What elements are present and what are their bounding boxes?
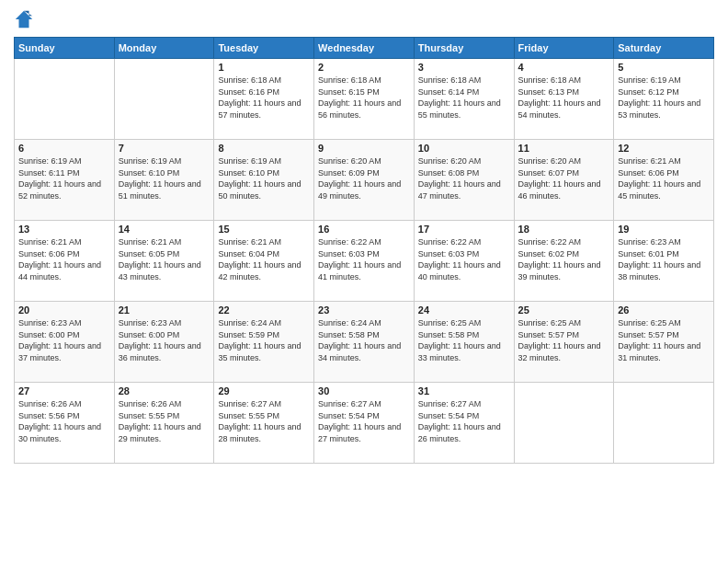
col-monday: Monday <box>114 38 214 59</box>
day-info: Sunrise: 6:22 AMSunset: 6:03 PMDaylight:… <box>318 236 410 282</box>
day-number: 17 <box>418 224 510 235</box>
day-cell: 21Sunrise: 6:23 AMSunset: 6:00 PMDayligh… <box>114 302 214 383</box>
day-cell: 14Sunrise: 6:21 AMSunset: 6:05 PMDayligh… <box>114 221 214 302</box>
day-number: 6 <box>18 143 110 154</box>
day-info: Sunrise: 6:22 AMSunset: 6:02 PMDaylight:… <box>518 236 610 282</box>
day-cell: 10Sunrise: 6:20 AMSunset: 6:08 PMDayligh… <box>414 140 514 221</box>
logo-icon <box>14 9 34 29</box>
day-cell: 22Sunrise: 6:24 AMSunset: 5:59 PMDayligh… <box>214 302 314 383</box>
day-number: 26 <box>618 304 710 316</box>
day-cell: 6Sunrise: 6:19 AMSunset: 6:11 PMDaylight… <box>15 140 115 221</box>
day-cell: 12Sunrise: 6:21 AMSunset: 6:06 PMDayligh… <box>614 140 714 221</box>
day-number: 30 <box>318 385 410 396</box>
day-number: 9 <box>318 143 410 154</box>
day-number: 4 <box>518 62 610 73</box>
day-number: 7 <box>119 143 210 154</box>
day-number: 21 <box>119 304 210 316</box>
day-cell: 2Sunrise: 6:18 AMSunset: 6:15 PMDaylight… <box>314 59 415 140</box>
day-number: 29 <box>218 385 310 396</box>
day-info: Sunrise: 6:23 AMSunset: 6:00 PMDaylight:… <box>119 317 210 363</box>
day-number: 25 <box>518 304 610 316</box>
week-row-1: 1Sunrise: 6:18 AMSunset: 6:16 PMDaylight… <box>15 59 714 140</box>
day-cell: 16Sunrise: 6:22 AMSunset: 6:03 PMDayligh… <box>314 221 415 302</box>
day-cell <box>15 59 115 140</box>
day-number: 22 <box>218 304 310 316</box>
day-info: Sunrise: 6:27 AMSunset: 5:55 PMDaylight:… <box>218 398 310 444</box>
logo <box>14 9 38 29</box>
day-info: Sunrise: 6:26 AMSunset: 5:55 PMDaylight:… <box>119 398 210 444</box>
day-cell: 20Sunrise: 6:23 AMSunset: 6:00 PMDayligh… <box>15 302 115 383</box>
day-cell: 17Sunrise: 6:22 AMSunset: 6:03 PMDayligh… <box>414 221 514 302</box>
day-info: Sunrise: 6:24 AMSunset: 5:58 PMDaylight:… <box>318 317 410 363</box>
day-cell <box>114 59 214 140</box>
day-info: Sunrise: 6:22 AMSunset: 6:03 PMDaylight:… <box>418 236 510 282</box>
day-cell: 1Sunrise: 6:18 AMSunset: 6:16 PMDaylight… <box>214 59 314 140</box>
day-number: 20 <box>18 304 110 316</box>
day-info: Sunrise: 6:19 AMSunset: 6:10 PMDaylight:… <box>119 155 210 201</box>
day-info: Sunrise: 6:21 AMSunset: 6:04 PMDaylight:… <box>218 236 310 282</box>
day-info: Sunrise: 6:23 AMSunset: 6:00 PMDaylight:… <box>18 317 110 363</box>
day-number: 14 <box>119 224 210 235</box>
day-cell: 26Sunrise: 6:25 AMSunset: 5:57 PMDayligh… <box>614 302 714 383</box>
day-cell: 30Sunrise: 6:27 AMSunset: 5:54 PMDayligh… <box>314 383 415 464</box>
day-info: Sunrise: 6:19 AMSunset: 6:11 PMDaylight:… <box>18 155 110 201</box>
day-info: Sunrise: 6:25 AMSunset: 5:57 PMDaylight:… <box>618 317 710 363</box>
day-info: Sunrise: 6:20 AMSunset: 6:08 PMDaylight:… <box>418 155 510 201</box>
day-number: 27 <box>18 385 110 396</box>
day-info: Sunrise: 6:20 AMSunset: 6:09 PMDaylight:… <box>318 155 410 201</box>
day-cell: 24Sunrise: 6:25 AMSunset: 5:58 PMDayligh… <box>414 302 514 383</box>
calendar-table: Sunday Monday Tuesday Wednesday Thursday… <box>14 37 714 464</box>
day-cell: 31Sunrise: 6:27 AMSunset: 5:54 PMDayligh… <box>414 383 514 464</box>
day-cell: 15Sunrise: 6:21 AMSunset: 6:04 PMDayligh… <box>214 221 314 302</box>
day-info: Sunrise: 6:26 AMSunset: 5:56 PMDaylight:… <box>18 398 110 444</box>
day-info: Sunrise: 6:21 AMSunset: 6:05 PMDaylight:… <box>119 236 210 282</box>
day-info: Sunrise: 6:20 AMSunset: 6:07 PMDaylight:… <box>518 155 610 201</box>
day-number: 16 <box>318 224 410 235</box>
day-cell: 19Sunrise: 6:23 AMSunset: 6:01 PMDayligh… <box>614 221 714 302</box>
day-info: Sunrise: 6:24 AMSunset: 5:59 PMDaylight:… <box>218 317 310 363</box>
header <box>14 9 714 29</box>
day-number: 5 <box>618 62 710 73</box>
day-cell: 7Sunrise: 6:19 AMSunset: 6:10 PMDaylight… <box>114 140 214 221</box>
day-cell: 13Sunrise: 6:21 AMSunset: 6:06 PMDayligh… <box>15 221 115 302</box>
day-cell: 28Sunrise: 6:26 AMSunset: 5:55 PMDayligh… <box>114 383 214 464</box>
day-cell: 29Sunrise: 6:27 AMSunset: 5:55 PMDayligh… <box>214 383 314 464</box>
day-info: Sunrise: 6:21 AMSunset: 6:06 PMDaylight:… <box>18 236 110 282</box>
week-row-2: 6Sunrise: 6:19 AMSunset: 6:11 PMDaylight… <box>15 140 714 221</box>
day-info: Sunrise: 6:25 AMSunset: 5:57 PMDaylight:… <box>518 317 610 363</box>
day-info: Sunrise: 6:25 AMSunset: 5:58 PMDaylight:… <box>418 317 510 363</box>
col-thursday: Thursday <box>414 38 514 59</box>
day-cell <box>614 383 714 464</box>
day-number: 28 <box>119 385 210 396</box>
col-sunday: Sunday <box>15 38 115 59</box>
day-number: 10 <box>418 143 510 154</box>
day-info: Sunrise: 6:18 AMSunset: 6:13 PMDaylight:… <box>518 75 610 121</box>
day-number: 13 <box>18 224 110 235</box>
day-cell: 27Sunrise: 6:26 AMSunset: 5:56 PMDayligh… <box>15 383 115 464</box>
day-number: 18 <box>518 224 610 235</box>
day-number: 19 <box>618 224 710 235</box>
day-info: Sunrise: 6:27 AMSunset: 5:54 PMDaylight:… <box>318 398 410 444</box>
week-row-3: 13Sunrise: 6:21 AMSunset: 6:06 PMDayligh… <box>15 221 714 302</box>
day-info: Sunrise: 6:19 AMSunset: 6:12 PMDaylight:… <box>618 75 710 121</box>
day-number: 1 <box>218 62 310 73</box>
day-number: 2 <box>318 62 410 73</box>
week-row-4: 20Sunrise: 6:23 AMSunset: 6:00 PMDayligh… <box>15 302 714 383</box>
day-cell: 3Sunrise: 6:18 AMSunset: 6:14 PMDaylight… <box>414 59 514 140</box>
day-cell: 8Sunrise: 6:19 AMSunset: 6:10 PMDaylight… <box>214 140 314 221</box>
day-cell: 18Sunrise: 6:22 AMSunset: 6:02 PMDayligh… <box>514 221 614 302</box>
day-number: 23 <box>318 304 410 316</box>
day-number: 31 <box>418 385 510 396</box>
col-wednesday: Wednesday <box>314 38 415 59</box>
col-friday: Friday <box>514 38 614 59</box>
day-cell: 5Sunrise: 6:19 AMSunset: 6:12 PMDaylight… <box>614 59 714 140</box>
day-number: 15 <box>218 224 310 235</box>
col-saturday: Saturday <box>614 38 714 59</box>
day-cell: 4Sunrise: 6:18 AMSunset: 6:13 PMDaylight… <box>514 59 614 140</box>
header-row: Sunday Monday Tuesday Wednesday Thursday… <box>15 38 714 59</box>
svg-marker-0 <box>16 11 32 28</box>
day-cell <box>514 383 614 464</box>
day-cell: 11Sunrise: 6:20 AMSunset: 6:07 PMDayligh… <box>514 140 614 221</box>
day-number: 3 <box>418 62 510 73</box>
day-info: Sunrise: 6:18 AMSunset: 6:16 PMDaylight:… <box>218 75 310 121</box>
